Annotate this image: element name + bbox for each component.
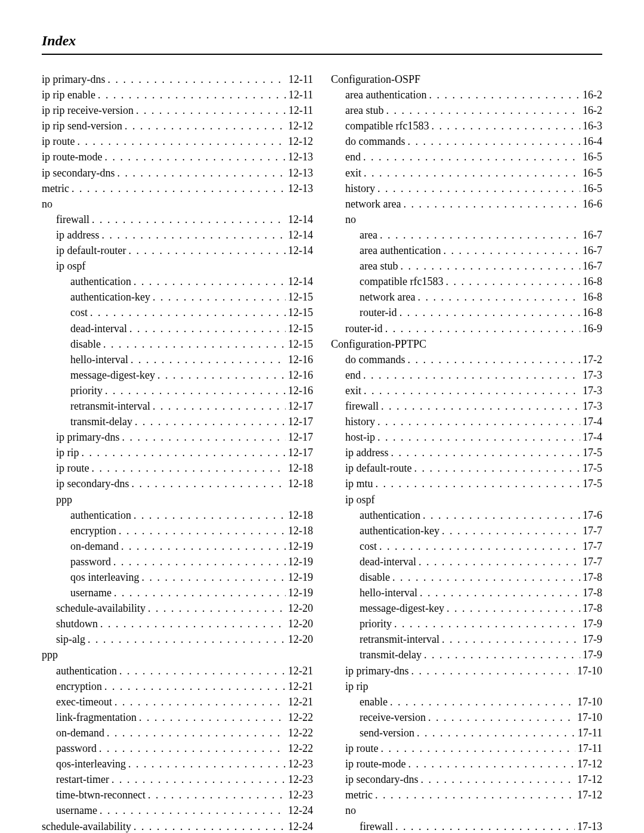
index-entry-page: 12-24 (288, 803, 313, 818)
index-entry-label: ip rip (56, 445, 79, 460)
leader-dots (72, 181, 286, 196)
index-entry-label: firewall (56, 212, 89, 227)
index-entry-page: 17-11 (578, 725, 602, 741)
index-entry: network area16-8 (331, 289, 602, 305)
index-entry-label: retransmit-interval (360, 631, 439, 647)
index-entry-page: 16-6 (583, 196, 602, 212)
leader-dots (392, 569, 580, 585)
index-entry-page: 12-21 (288, 679, 313, 694)
index-entry: qos interleaving12-19 (42, 569, 313, 585)
index-entry-page: 12-15 (288, 289, 313, 305)
leader-dots (141, 569, 286, 585)
index-entry: ppp (42, 492, 313, 507)
index-entry-label: Configuration-PPTPC (331, 336, 426, 352)
index-entry-page: 12-11 (289, 103, 313, 118)
index-entry-page: 17-9 (583, 631, 602, 647)
index-entry-page: 17-5 (583, 476, 602, 491)
index-entry-page: 12-23 (288, 787, 313, 803)
index-entry-label: on-demand (56, 725, 104, 741)
index-column-left: ip primary-dns12-11ip rip enable12-11ip … (42, 72, 322, 833)
leader-dots (381, 741, 575, 756)
index-entry-label: do commands (345, 352, 405, 367)
index-entry-label: end (345, 367, 361, 383)
index-entry-page: 12-22 (288, 710, 313, 725)
index-entry: authentication-key17-7 (331, 523, 602, 538)
index-entry-page: 17-10 (577, 663, 602, 679)
index-entry-label: no (345, 803, 356, 818)
leader-dots (408, 134, 581, 149)
leader-dots (136, 103, 286, 118)
index-entry-page: 12-18 (288, 476, 313, 491)
index-entry-page: 12-20 (288, 600, 313, 616)
leader-dots (443, 243, 580, 258)
index-entry-page: 17-13 (577, 819, 602, 834)
index-entry: ip secondary-dns12-13 (42, 165, 313, 181)
index-entry-label: network area (360, 289, 415, 305)
leader-dots (107, 725, 286, 741)
index-entry: time-btwn-reconnect12-23 (42, 787, 313, 803)
index-entry: authentication17-6 (331, 507, 602, 523)
index-entry-page: 16-2 (583, 103, 602, 118)
leader-dots (411, 663, 575, 679)
index-entry: metric12-13 (42, 181, 313, 196)
index-entry-label: exec-timeout (56, 694, 112, 710)
index-entry: ip primary-dns12-11 (42, 72, 313, 87)
index-entry-page: 16-3 (583, 118, 602, 134)
leader-dots (423, 507, 580, 523)
index-entry-page: 17-4 (583, 414, 602, 429)
leader-dots (131, 352, 286, 367)
index-entry-page: 16-4 (583, 134, 602, 149)
index-entry: receive-version17-10 (331, 710, 602, 725)
index-entry-label: area authentication (360, 243, 441, 258)
index-entry-page: 17-7 (583, 554, 602, 569)
index-entry-page: 12-16 (288, 352, 313, 367)
leader-dots (134, 819, 286, 834)
index-entry: transmit-delay12-17 (42, 414, 313, 429)
index-entry-label: username (56, 803, 97, 818)
index-entry-page: 12-22 (288, 741, 313, 756)
index-entry-label: hello-interval (360, 585, 417, 600)
index-entry-label: no (345, 212, 356, 227)
leader-dots (417, 289, 580, 305)
index-entry-label: dead-interval (360, 554, 416, 569)
index-entry: link-fragmentation12-22 (42, 710, 313, 725)
leader-dots (113, 554, 286, 569)
index-entry-page: 12-19 (288, 569, 313, 585)
index-entry: ip rip enable12-11 (42, 87, 313, 103)
index-entry-label: firewall (360, 819, 393, 834)
index-entry-page: 17-7 (583, 538, 602, 554)
index-entry: authentication12-18 (42, 507, 313, 523)
index-entry-page: 12-18 (288, 460, 313, 476)
index-entry-label: ppp (56, 492, 72, 507)
index-entry-label: restart-timer (56, 772, 109, 787)
index-entry: ip address12-14 (42, 227, 313, 243)
leader-dots (104, 679, 286, 694)
index-entry-label: hello-interval (70, 352, 128, 367)
index-entry-label: firewall (345, 398, 379, 414)
index-column-right: Configuration-OSPFarea authentication16-… (322, 72, 602, 833)
leader-dots (380, 227, 580, 243)
index-entry-page: 16-7 (583, 258, 602, 274)
index-entry: end17-3 (331, 367, 602, 383)
index-entry-page: 12-14 (288, 212, 313, 227)
index-entry-page: 12-18 (288, 507, 313, 523)
leader-dots (375, 787, 575, 803)
index-entry: ip secondary-dns12-18 (42, 476, 313, 491)
index-entry: ip rip send-version12-12 (42, 118, 313, 134)
leader-dots (377, 181, 580, 196)
leader-dots (379, 538, 580, 554)
index-entry-label: time-btwn-reconnect (56, 787, 145, 803)
leader-dots (419, 554, 580, 569)
index-entry-label: authentication (70, 274, 131, 289)
index-entry-label: end (345, 149, 361, 165)
index-entry-page: 16-9 (583, 321, 602, 336)
index-entry: authentication12-21 (42, 663, 313, 679)
index-entry-page: 12-17 (288, 414, 313, 429)
index-entry-page: 12-18 (288, 523, 313, 538)
leader-dots (103, 336, 286, 352)
index-entry: history16-5 (331, 181, 602, 196)
index-entry: hello-interval17-8 (331, 585, 602, 600)
index-entry-page: 17-12 (577, 787, 602, 803)
index-entry: cost12-15 (42, 305, 313, 320)
index-entry: no (331, 212, 602, 227)
